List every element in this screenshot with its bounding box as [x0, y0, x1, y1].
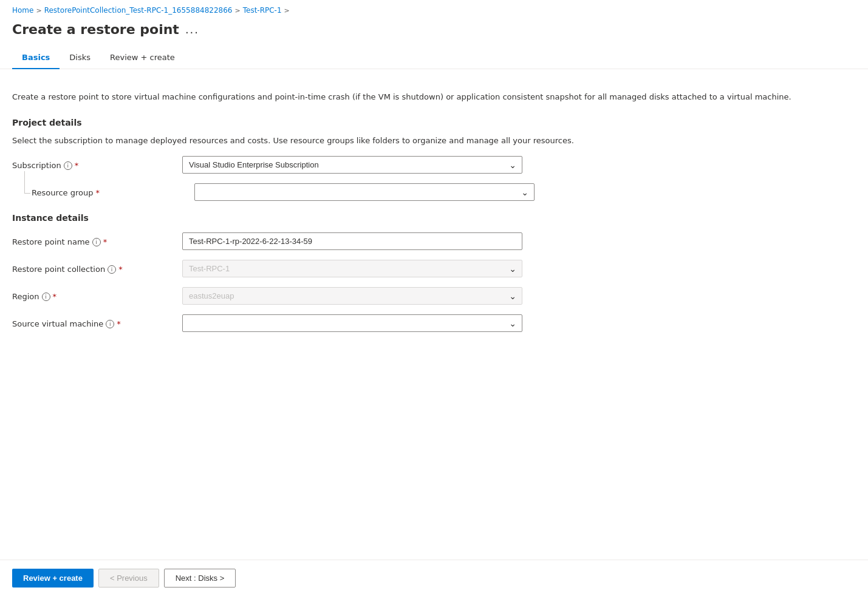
main-content: Create a restore point to store virtual … — [0, 69, 838, 332]
source-vm-label-col: Source virtual machine i * — [12, 314, 182, 328]
source-vm-info-icon[interactable]: i — [106, 320, 114, 328]
review-create-button[interactable]: Review + create — [12, 569, 94, 588]
source-vm-select-wrapper — [182, 314, 522, 332]
restore-point-name-label-col: Restore point name i * — [12, 232, 182, 246]
subscription-row: Subscription i * Visual Studio Enterpris… — [12, 156, 826, 174]
region-control: eastus2euap — [182, 287, 522, 305]
restore-point-collection-info-icon[interactable]: i — [108, 265, 116, 274]
source-vm-select[interactable] — [182, 314, 522, 332]
subscription-required: * — [75, 161, 79, 170]
instance-details-section: Instance details Restore point name i * … — [12, 213, 826, 332]
tab-basics[interactable]: Basics — [12, 47, 60, 69]
project-details-desc: Select the subscription to manage deploy… — [12, 135, 826, 147]
restore-point-collection-select: Test-RPC-1 — [182, 260, 522, 277]
breadcrumb-rpc[interactable]: Test-RPC-1 — [243, 6, 282, 15]
restore-point-collection-select-wrapper: Test-RPC-1 — [182, 260, 522, 277]
tab-review-create[interactable]: Review + create — [100, 47, 185, 69]
region-select: eastus2euap — [182, 287, 522, 305]
project-details-title: Project details — [12, 118, 826, 127]
breadcrumb-sep-2: > — [234, 7, 240, 15]
resource-group-select[interactable] — [194, 183, 535, 201]
resource-group-label-col: Resource group * — [24, 183, 194, 197]
subscription-select[interactable]: Visual Studio Enterprise Subscription — [182, 156, 522, 174]
resource-group-row: Resource group * — [12, 183, 826, 201]
resource-group-control — [194, 183, 535, 201]
restore-point-name-input[interactable] — [182, 232, 522, 250]
subscription-control: Visual Studio Enterprise Subscription — [182, 156, 522, 174]
region-info-icon[interactable]: i — [42, 293, 50, 301]
breadcrumb-sep-3: > — [284, 7, 290, 15]
previous-button: < Previous — [98, 569, 159, 588]
restore-point-collection-control: Test-RPC-1 — [182, 260, 522, 277]
tab-disks[interactable]: Disks — [60, 47, 100, 69]
source-vm-row: Source virtual machine i * — [12, 314, 826, 332]
region-label: Region — [12, 292, 39, 301]
breadcrumb-home[interactable]: Home — [12, 6, 33, 15]
page-title: Create a restore point — [12, 22, 179, 37]
region-row: Region i * eastus2euap — [12, 287, 826, 305]
resource-group-select-wrapper — [194, 183, 535, 201]
region-required: * — [53, 292, 57, 301]
region-label-col: Region i * — [12, 287, 182, 301]
source-vm-required: * — [117, 319, 121, 328]
restore-point-collection-required: * — [118, 265, 123, 274]
footer: Review + create < Previous Next : Disks … — [0, 560, 868, 596]
instance-details-title: Instance details — [12, 213, 826, 223]
breadcrumb-collection[interactable]: RestorePointCollection_Test-RPC-1_165588… — [44, 6, 233, 15]
restore-point-collection-label-col: Restore point collection i * — [12, 260, 182, 274]
region-select-wrapper: eastus2euap — [182, 287, 522, 305]
resource-group-required: * — [96, 188, 100, 197]
resource-group-indent: Resource group * — [24, 188, 100, 197]
restore-point-name-control — [182, 232, 522, 250]
page-description: Create a restore point to store virtual … — [12, 91, 826, 103]
breadcrumb-sep-1: > — [36, 7, 41, 15]
subscription-info-icon[interactable]: i — [64, 161, 72, 170]
subscription-label: Subscription — [12, 161, 61, 170]
subscription-select-wrapper: Visual Studio Enterprise Subscription — [182, 156, 522, 174]
source-vm-control — [182, 314, 522, 332]
project-details-section: Project details Select the subscription … — [12, 118, 826, 201]
resource-group-label: Resource group — [32, 188, 94, 197]
restore-point-collection-label: Restore point collection — [12, 265, 105, 274]
breadcrumb: Home > RestorePointCollection_Test-RPC-1… — [0, 0, 868, 19]
restore-point-name-info-icon[interactable]: i — [92, 238, 101, 246]
restore-point-collection-row: Restore point collection i * Test-RPC-1 — [12, 260, 826, 277]
restore-point-name-row: Restore point name i * — [12, 232, 826, 250]
page-header: Create a restore point ... — [0, 19, 868, 47]
restore-point-name-required: * — [103, 237, 108, 246]
tabs-bar: Basics Disks Review + create — [0, 47, 868, 69]
next-disks-button[interactable]: Next : Disks > — [164, 569, 236, 588]
subscription-label-col: Subscription i * — [12, 156, 182, 170]
restore-point-name-label: Restore point name — [12, 237, 90, 246]
source-vm-label: Source virtual machine — [12, 319, 103, 328]
page-menu-dots[interactable]: ... — [185, 23, 199, 36]
